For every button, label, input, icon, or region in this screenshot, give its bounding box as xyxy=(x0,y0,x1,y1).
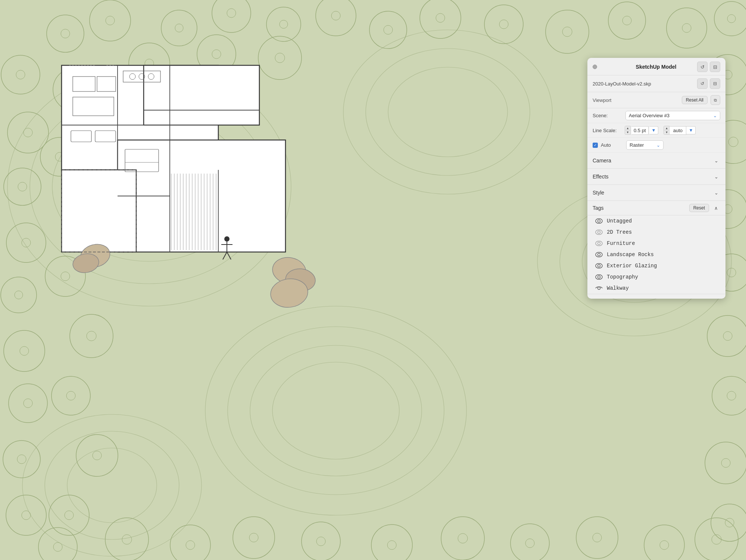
svg-point-177 xyxy=(598,242,600,245)
line-scale-row: Line Scale: ▲ ▼ 0.5 pt ▼ ▲ ▼ auto ▼ xyxy=(587,123,725,138)
svg-rect-122 xyxy=(144,65,259,125)
line-scale-stepper: ▲ ▼ 0.5 pt ▼ xyxy=(625,126,658,135)
auto-value[interactable]: auto xyxy=(669,126,686,135)
scene-select[interactable]: Aerial Overview #3 ⌄ xyxy=(625,111,720,120)
line-scale-unit-dropdown[interactable]: ▼ xyxy=(649,126,659,134)
svg-line-170 xyxy=(227,252,231,259)
tags-header: Tags Reset ∧ xyxy=(587,201,725,215)
tag-item: Walkway xyxy=(587,283,725,294)
tag-name-label: Exterior Glazing xyxy=(607,263,657,269)
tag-name-label: Furniture xyxy=(607,240,635,246)
svg-point-175 xyxy=(598,231,600,234)
building-floorplan xyxy=(13,35,319,312)
file-link-button[interactable]: ⊟ xyxy=(710,78,720,89)
viewport-label: Viewport xyxy=(593,97,611,103)
tags-label: Tags xyxy=(593,205,604,211)
scene-value: Aerial Overview #3 xyxy=(629,113,669,118)
copy-viewport-button[interactable]: ⧉ xyxy=(711,95,720,105)
tag-item: Topography xyxy=(587,271,725,283)
eye-visibility-icon[interactable] xyxy=(595,274,603,280)
auto-raster-row: ✓ Auto Raster ⌄ xyxy=(587,138,725,153)
svg-point-184 xyxy=(598,287,600,290)
render-mode-value: Raster xyxy=(630,142,644,148)
svg-point-181 xyxy=(598,265,600,267)
eye-visibility-icon[interactable] xyxy=(595,229,603,235)
reset-all-button[interactable]: Reset All xyxy=(682,96,708,104)
svg-point-179 xyxy=(598,253,600,256)
scene-select-arrow: ⌄ xyxy=(713,113,717,118)
style-label: Style xyxy=(593,190,604,196)
line-scale-unit-text: ▼ xyxy=(652,128,656,133)
viewport-row: Viewport Reset All ⧉ xyxy=(587,92,725,108)
file-row: 2020-LayOut-Model-v2.skp ↺ ⊟ xyxy=(587,75,725,92)
tag-name-label: 2D Trees xyxy=(607,229,632,235)
eye-visibility-icon[interactable] xyxy=(595,263,603,269)
line-scale-down[interactable]: ▼ xyxy=(625,130,630,134)
tag-item: Landscape Rocks xyxy=(587,249,725,260)
sketchup-model-panel: SketchUp Model ↺ ⊟ 2020-LayOut-Model-v2.… xyxy=(587,58,725,299)
line-scale-arrows: ▲ ▼ xyxy=(625,126,631,135)
svg-rect-124 xyxy=(62,170,136,252)
tag-name-label: Untagged xyxy=(607,218,632,224)
tags-reset-button[interactable]: Reset xyxy=(689,204,709,212)
eye-visibility-icon[interactable] xyxy=(595,285,603,291)
auto-checkbox[interactable]: ✓ xyxy=(593,143,598,148)
panel-header-icons: ↺ ⊟ xyxy=(697,62,720,72)
file-refresh-button[interactable]: ↺ xyxy=(697,78,708,89)
camera-section[interactable]: Camera ⌄ xyxy=(587,153,725,169)
svg-point-172 xyxy=(596,219,602,224)
tag-name-label: Walkway xyxy=(607,285,629,291)
eye-visibility-icon[interactable] xyxy=(595,252,603,258)
tags-list: Untagged 2D Trees Furniture Landscape Ro… xyxy=(587,215,725,294)
tags-section: Tags Reset ∧ Untagged 2D Trees Furniture… xyxy=(587,201,725,294)
auto-down[interactable]: ▼ xyxy=(664,130,669,134)
effects-label: Effects xyxy=(593,174,609,180)
tags-collapse-button[interactable]: ∧ xyxy=(712,204,720,212)
line-scale-label: Line Scale: xyxy=(593,128,622,133)
svg-point-182 xyxy=(596,275,602,280)
svg-line-169 xyxy=(223,252,227,259)
render-mode-select[interactable]: Raster ⌄ xyxy=(626,140,664,150)
panel-title: SketchUp Model xyxy=(636,64,677,70)
render-select-arrow: ⌄ xyxy=(656,143,660,148)
panel-dot xyxy=(593,65,597,69)
eye-visibility-icon[interactable] xyxy=(595,218,603,224)
svg-point-174 xyxy=(596,230,602,235)
refresh-button[interactable]: ↺ xyxy=(697,62,708,72)
auto-scale-group: ▲ ▼ auto ▼ xyxy=(664,126,696,135)
auto-unit-dropdown[interactable]: ▼ xyxy=(686,126,696,134)
tags-controls: Reset ∧ xyxy=(689,204,720,212)
svg-point-173 xyxy=(598,220,600,223)
tag-name-label: Landscape Rocks xyxy=(607,252,654,258)
svg-point-183 xyxy=(598,276,600,279)
svg-point-166 xyxy=(224,236,230,242)
tag-item: 2D Trees xyxy=(587,227,725,238)
effects-chevron: ⌄ xyxy=(712,172,720,181)
svg-point-180 xyxy=(596,264,602,268)
tag-item: Untagged xyxy=(587,215,725,227)
auto-arrows: ▲ ▼ xyxy=(664,126,669,135)
scene-row: Scene: Aerial Overview #3 ⌄ xyxy=(587,108,725,123)
camera-chevron: ⌄ xyxy=(712,156,720,165)
auto-label: Auto xyxy=(601,142,623,148)
viewport-controls: Reset All ⧉ xyxy=(682,95,720,105)
style-chevron: ⌄ xyxy=(712,189,720,197)
tag-item: Exterior Glazing xyxy=(587,260,725,271)
svg-point-178 xyxy=(596,252,602,257)
file-icons: ↺ ⊟ xyxy=(697,78,720,89)
line-scale-value[interactable]: 0.5 pt xyxy=(631,126,649,135)
camera-label: Camera xyxy=(593,158,611,164)
tag-name-label: Topography xyxy=(607,274,638,280)
svg-point-176 xyxy=(596,241,602,246)
panel-title-area: SketchUp Model xyxy=(615,64,697,70)
scene-label: Scene: xyxy=(593,113,622,118)
link-button[interactable]: ⊟ xyxy=(710,62,720,72)
line-scale-up[interactable]: ▲ xyxy=(625,126,630,130)
auto-up[interactable]: ▲ xyxy=(664,126,669,130)
tag-item: Furniture xyxy=(587,238,725,249)
panel-header: SketchUp Model ↺ ⊟ xyxy=(587,58,725,75)
style-section[interactable]: Style ⌄ xyxy=(587,185,725,201)
eye-visibility-icon[interactable] xyxy=(595,240,603,246)
file-name: 2020-LayOut-Model-v2.skp xyxy=(593,81,651,87)
effects-section[interactable]: Effects ⌄ xyxy=(587,169,725,185)
